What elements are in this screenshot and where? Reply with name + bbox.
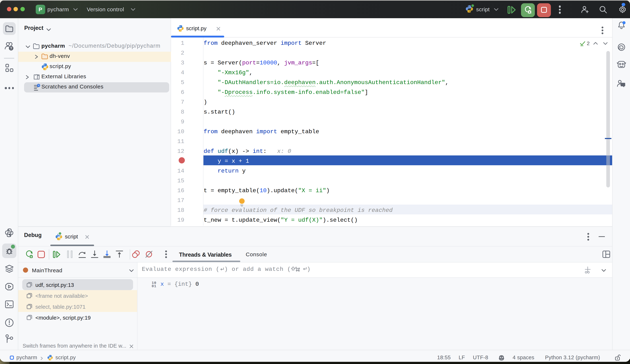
- svg-text:?: ?: [10, 46, 12, 50]
